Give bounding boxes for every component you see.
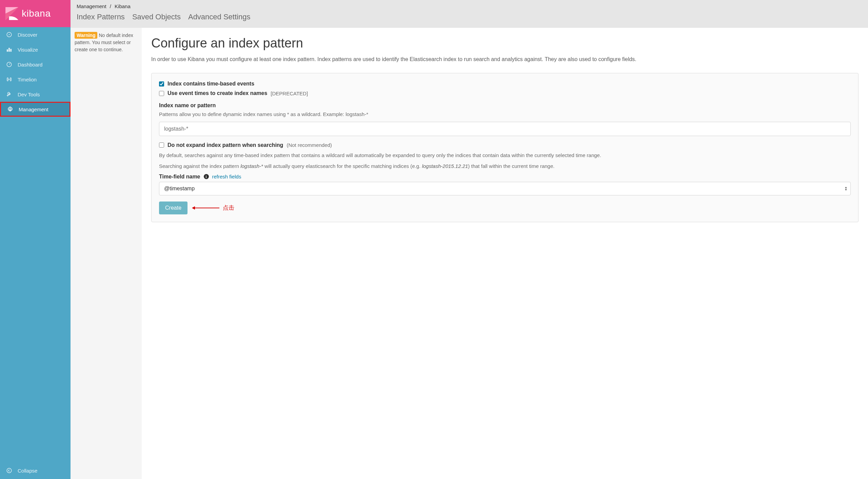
svg-rect-4 bbox=[7, 50, 8, 52]
wrench-icon bbox=[6, 91, 12, 97]
bar-chart-icon bbox=[6, 46, 12, 53]
form-card: Index contains time-based events Use eve… bbox=[151, 73, 859, 222]
noexpand-help-1: By default, searches against any time-ba… bbox=[159, 152, 851, 159]
sidebar-item-visualize[interactable]: Visualize bbox=[0, 42, 71, 57]
checkbox-noexpand-label: Do not expand index pattern when searchi… bbox=[167, 142, 283, 148]
svg-point-12 bbox=[7, 468, 12, 473]
gear-icon bbox=[7, 106, 13, 112]
checkbox-event-times-suffix: [DEPRECATED] bbox=[271, 91, 308, 96]
timelion-icon bbox=[6, 76, 12, 82]
arrow-left-icon bbox=[192, 208, 219, 208]
checkbox-event-times-label: Use event times to create index names bbox=[167, 90, 267, 96]
main: Management / Kibana Index Patterns Saved… bbox=[71, 0, 868, 479]
kibana-logo-icon bbox=[5, 6, 19, 21]
sidebar: kibana Discover Visualize Dashboard bbox=[0, 0, 71, 479]
breadcrumb: Management / Kibana bbox=[77, 3, 862, 9]
page-title: Configure an index pattern bbox=[151, 36, 859, 51]
annotation-text: 点击 bbox=[223, 204, 234, 212]
sidebar-item-label: Collapse bbox=[18, 468, 37, 474]
index-name-label: Index name or pattern bbox=[159, 102, 851, 109]
compass-icon bbox=[6, 32, 12, 38]
tab-advanced-settings[interactable]: Advanced Settings bbox=[188, 13, 250, 23]
topbar: Management / Kibana Index Patterns Saved… bbox=[71, 0, 868, 28]
sidebar-collapse[interactable]: Collapse bbox=[0, 462, 71, 479]
warning-message: WarningNo default index pattern. You mus… bbox=[75, 32, 138, 53]
checkbox-time-based-label: Index contains time-based events bbox=[167, 81, 254, 87]
warning-panel: WarningNo default index pattern. You mus… bbox=[71, 28, 142, 479]
checkbox-event-times[interactable]: Use event times to create index names [D… bbox=[159, 90, 851, 96]
svg-point-10 bbox=[9, 79, 10, 80]
chevron-left-circle-icon bbox=[6, 467, 12, 474]
sidebar-item-discover[interactable]: Discover bbox=[0, 27, 71, 42]
svg-line-8 bbox=[9, 63, 10, 64]
sidebar-header: kibana bbox=[0, 0, 71, 27]
noexpand-help-2: Searching against the index pattern logs… bbox=[159, 162, 851, 170]
breadcrumb-separator: / bbox=[110, 3, 111, 9]
tab-saved-objects[interactable]: Saved Objects bbox=[132, 13, 181, 23]
page-content: Configure an index pattern In order to u… bbox=[142, 28, 868, 479]
sidebar-item-label: Discover bbox=[18, 32, 37, 38]
sidebar-item-management[interactable]: Management bbox=[0, 102, 71, 117]
sidebar-item-devtools[interactable]: Dev Tools bbox=[0, 87, 71, 102]
info-icon[interactable]: i bbox=[204, 174, 209, 179]
warning-badge: Warning bbox=[75, 32, 97, 39]
sidebar-item-dashboard[interactable]: Dashboard bbox=[0, 57, 71, 72]
breadcrumb-item[interactable]: Kibana bbox=[115, 3, 131, 9]
timefield-label: Time-field name i refresh fields bbox=[159, 174, 851, 180]
gauge-icon bbox=[6, 61, 12, 68]
sidebar-nav: Discover Visualize Dashboard Timelion bbox=[0, 27, 71, 462]
index-name-help: Patterns allow you to define dynamic ind… bbox=[159, 111, 851, 118]
timefield-select[interactable]: @timestamp bbox=[159, 182, 851, 195]
svg-rect-6 bbox=[11, 49, 12, 52]
page-description: In order to use Kibana you must configur… bbox=[151, 55, 859, 63]
svg-rect-5 bbox=[9, 48, 10, 52]
sidebar-item-timelion[interactable]: Timelion bbox=[0, 72, 71, 87]
breadcrumb-item[interactable]: Management bbox=[77, 3, 106, 9]
checkbox-event-times-input[interactable] bbox=[159, 91, 164, 96]
brand-name: kibana bbox=[22, 8, 51, 19]
checkbox-time-based-input[interactable] bbox=[159, 81, 164, 87]
index-name-input[interactable] bbox=[159, 122, 851, 136]
svg-point-11 bbox=[9, 109, 11, 110]
sidebar-item-label: Timelion bbox=[18, 77, 37, 82]
svg-point-9 bbox=[8, 79, 9, 80]
checkbox-noexpand-input[interactable] bbox=[159, 142, 164, 148]
create-button[interactable]: Create bbox=[159, 202, 188, 214]
annotation-arrow: 点击 bbox=[192, 204, 234, 212]
checkbox-time-based[interactable]: Index contains time-based events bbox=[159, 81, 851, 87]
sidebar-item-label: Dashboard bbox=[18, 62, 42, 68]
tab-index-patterns[interactable]: Index Patterns bbox=[77, 13, 125, 23]
topnav: Index Patterns Saved Objects Advanced Se… bbox=[77, 13, 862, 23]
sidebar-item-label: Dev Tools bbox=[18, 92, 40, 97]
checkbox-noexpand[interactable]: Do not expand index pattern when searchi… bbox=[159, 142, 851, 148]
sidebar-item-label: Management bbox=[19, 107, 48, 112]
refresh-fields-link[interactable]: refresh fields bbox=[212, 174, 241, 179]
checkbox-noexpand-suffix: (Not recommended) bbox=[287, 142, 332, 148]
sidebar-footer: Collapse bbox=[0, 462, 71, 479]
sidebar-item-label: Visualize bbox=[18, 47, 38, 53]
svg-marker-3 bbox=[8, 34, 10, 36]
